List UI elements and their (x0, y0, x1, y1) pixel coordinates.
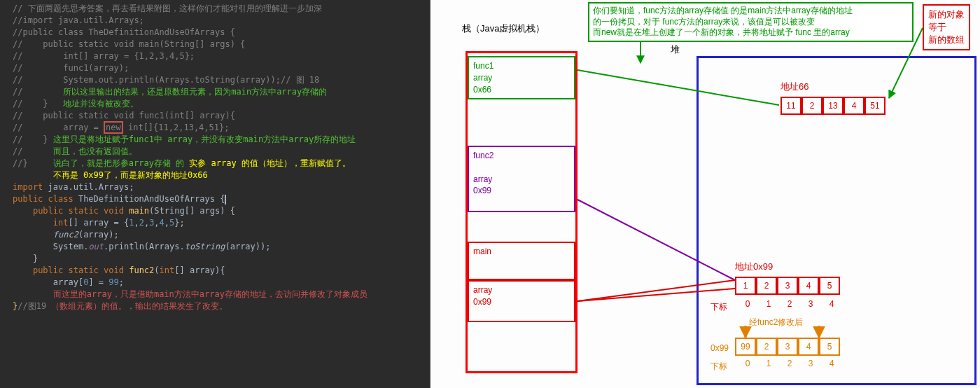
code-line[interactable]: // public static void main(String[] args… (0, 39, 430, 50)
code-line[interactable]: // int[] array = {1,2,3,4,5}; (0, 50, 430, 62)
code-line[interactable]: }//图19 （数组元素）的值。，输出的结果发生了改变。 (0, 300, 430, 312)
code-line[interactable]: public class TheDefinitionAndUseOfArrays… (0, 193, 430, 205)
code-line[interactable]: func2(array); (0, 229, 430, 241)
code-line[interactable]: public static void main(String[] args) { (0, 205, 430, 217)
code-line[interactable]: //import java.util.Arrays; (0, 15, 430, 27)
array-66: 11213451 (780, 97, 886, 115)
code-line[interactable]: // 而且，也没有返回值。 (0, 146, 430, 158)
code-line[interactable]: // } 这里只是将地址赋予func1中 array，并没有改变main方法中a… (0, 134, 430, 146)
code-line[interactable]: // } 地址并没有被改变。 (0, 98, 430, 110)
code-line[interactable]: //} 说白了，就是把形参array存储 的 实参 array 的值（地址），重… (0, 158, 430, 169)
stack-title: 栈（Java虚拟机栈） (462, 22, 545, 35)
frame-func2: func2 array 0x99 (468, 146, 575, 212)
heap-title: 堆 (671, 43, 680, 56)
code-line[interactable]: // array = new int[]{11,2,13,4,51}; (0, 122, 430, 134)
note-green: 你们要知道，func方法的array存储值 的是main方法中array存储的地… (588, 2, 913, 42)
code-line[interactable]: // 下面两题先思考答案，再去看结果附图，这样你们才能对引用的理解进一步加深 (0, 3, 430, 15)
array-99-after: 992345 (735, 338, 840, 356)
addr66-label: 地址66 (780, 81, 808, 93)
code-line[interactable]: int[] array = {1,2,3,4,5}; (0, 217, 430, 229)
code-line[interactable]: // System.out.println(Arrays.toString(ar… (0, 74, 430, 86)
index-top: 0 1 2 3 4 (737, 299, 842, 309)
index-label-bot: 下标 (710, 361, 727, 373)
code-line[interactable]: 不再是 0x99了，而是新对象的地址0x66 (0, 169, 430, 181)
code-line[interactable]: //public class TheDefinitionAndUseOfArra… (0, 27, 430, 39)
code-line[interactable]: 而这里的array，只是借助main方法中array存储的地址，去访问并修改了对… (0, 289, 430, 300)
addr99-label: 地址0x99 (735, 261, 773, 273)
frame-func1: func1 array 0x66 (468, 56, 575, 99)
addr99b-label: 0x99 (710, 343, 729, 353)
code-line[interactable]: } (0, 253, 430, 265)
code-line[interactable]: // func1(array); (0, 62, 430, 74)
diagram-area: 栈（Java虚拟机栈） 堆 你们要知道，func方法的array存储值 的是ma… (430, 0, 980, 388)
code-line[interactable]: // public static void func1(int[] array)… (0, 110, 430, 122)
frame-main: main (468, 242, 575, 280)
frame-main-array: array 0x99 (468, 280, 575, 322)
note-red: 新的对象 等于 新的数组 (923, 4, 970, 50)
code-line[interactable]: // 所以这里输出的结果，还是原数组元素，因为main方法中array存储的 (0, 86, 430, 98)
after-label: 经func2修改后 (749, 317, 803, 328)
index-bot: 0 1 2 3 4 (737, 359, 842, 368)
array-99: 12345 (735, 277, 840, 295)
code-line[interactable]: array[0] = 99; (0, 277, 430, 289)
code-editor[interactable]: // 下面两题先思考答案，再去看结果附图，这样你们才能对引用的理解进一步加深//… (0, 0, 430, 388)
code-line[interactable]: import java.util.Arrays; (0, 181, 430, 193)
index-label-top: 下标 (710, 301, 727, 313)
code-line[interactable]: public static void func2(int[] array){ (0, 265, 430, 277)
code-line[interactable]: System.out.println(Arrays.toString(array… (0, 241, 430, 253)
